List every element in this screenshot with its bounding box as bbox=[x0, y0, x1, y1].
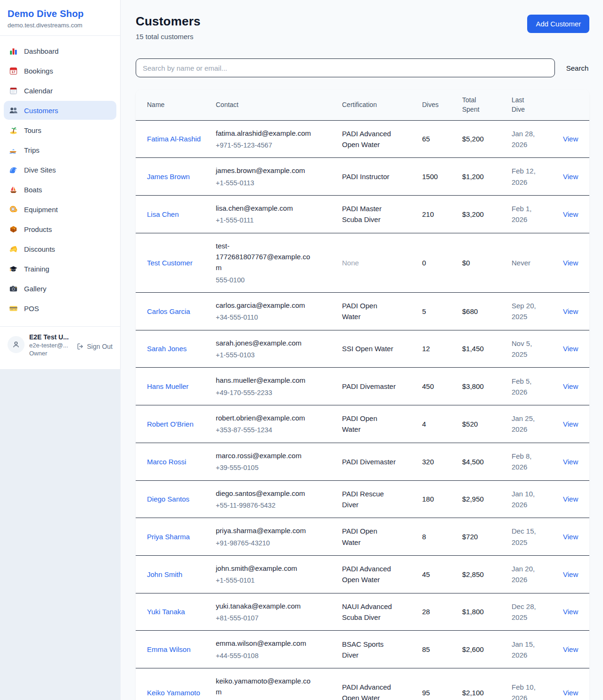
customer-total-spent: $1,200 bbox=[462, 164, 512, 189]
customer-certification: PADI Advanced Open Water bbox=[342, 675, 422, 700]
package-icon bbox=[8, 224, 18, 234]
view-customer-link[interactable]: View bbox=[563, 307, 578, 315]
customer-certification: PADI Advanced Open Water bbox=[342, 556, 422, 593]
customer-name-link[interactable]: Marco Rossi bbox=[147, 458, 186, 466]
customer-email: sarah.jones@example.com bbox=[216, 338, 316, 348]
sidebar: Demo Dive Shop demo.test.divestreams.com… bbox=[0, 0, 121, 369]
view-customer-link[interactable]: View bbox=[563, 533, 578, 541]
sidebar-item-label: Gallery bbox=[24, 285, 47, 293]
add-customer-button[interactable]: Add Customer bbox=[527, 15, 589, 33]
sidebar-item-boats[interactable]: Boats bbox=[4, 180, 116, 199]
view-customer-link[interactable]: View bbox=[563, 495, 578, 503]
customer-name-link[interactable]: Sarah Jones bbox=[147, 345, 187, 353]
customer-name-link[interactable]: Diego Santos bbox=[147, 495, 189, 503]
customer-name-link[interactable]: Emma Wilson bbox=[147, 645, 191, 653]
sidebar-item-bookings[interactable]: 17 Bookings bbox=[4, 61, 116, 80]
sidebar-item-label: Calendar bbox=[24, 87, 53, 95]
search-input[interactable] bbox=[136, 58, 555, 77]
sidebar-item-customers[interactable]: Customers bbox=[4, 101, 116, 120]
customer-dives: 5 bbox=[422, 299, 462, 324]
sidebar-item-dashboard[interactable]: Dashboard bbox=[4, 41, 116, 60]
customer-name-link[interactable]: Carlos Garcia bbox=[147, 307, 190, 315]
bar-chart-icon bbox=[8, 46, 18, 56]
column-header-dives: Dives bbox=[422, 94, 462, 115]
view-customer-link[interactable]: View bbox=[563, 259, 578, 267]
view-customer-link[interactable]: View bbox=[563, 135, 578, 143]
customer-name-link[interactable]: Yuki Tanaka bbox=[147, 608, 185, 616]
customer-dives: 320 bbox=[422, 449, 462, 474]
customer-email: hans.mueller@example.com bbox=[216, 375, 316, 386]
main-content: Customers 15 total customers Add Custome… bbox=[121, 0, 603, 700]
customer-dives: 450 bbox=[422, 374, 462, 399]
sidebar-item-label: Bookings bbox=[24, 67, 53, 75]
sidebar-nav: Dashboard 17 Bookings Calendar Customers bbox=[0, 36, 120, 323]
customer-total-spent: $3,800 bbox=[462, 374, 512, 399]
sidebar-item-training[interactable]: Training bbox=[4, 259, 116, 278]
view-customer-link[interactable]: View bbox=[563, 570, 578, 578]
search-button[interactable]: Search bbox=[565, 61, 590, 75]
user-name: E2E Test U... bbox=[29, 333, 72, 341]
view-customer-link[interactable]: View bbox=[563, 458, 578, 466]
customer-last-dive: Feb 12, 2026 bbox=[512, 158, 563, 195]
customers-table: Name Contact Certification Dives Total S… bbox=[136, 90, 589, 700]
customer-certification: PADI Rescue Diver bbox=[342, 481, 422, 518]
view-customer-link[interactable]: View bbox=[563, 420, 578, 428]
table-row: Priya Sharma priya.sharma@example.com +9… bbox=[136, 518, 589, 556]
customer-phone: +44-555-0108 bbox=[216, 651, 316, 661]
sidebar-item-label: Training bbox=[24, 265, 49, 273]
view-customer-link[interactable]: View bbox=[563, 173, 578, 181]
customer-last-dive: Dec 28, 2025 bbox=[512, 594, 563, 630]
sidebar-item-pos[interactable]: POS bbox=[4, 299, 116, 318]
customer-certification: NAUI Advanced Scuba Diver bbox=[342, 594, 422, 630]
svg-text:17: 17 bbox=[11, 70, 15, 74]
sidebar-item-dive-sites[interactable]: Dive Sites bbox=[4, 160, 116, 179]
customer-email: lisa.chen@example.com bbox=[216, 203, 316, 214]
customer-last-dive: Jan 10, 2026 bbox=[512, 481, 563, 518]
customer-dives: 65 bbox=[422, 126, 462, 151]
sign-out-button[interactable]: Sign Out bbox=[76, 343, 113, 350]
grad-cap-icon bbox=[8, 264, 18, 273]
view-customer-link[interactable]: View bbox=[563, 645, 578, 653]
table-row: Marco Rossi marco.rossi@example.com +39-… bbox=[136, 443, 589, 481]
table-body: Fatima Al-Rashid fatima.alrashid@example… bbox=[136, 121, 589, 700]
view-customer-link[interactable]: View bbox=[563, 382, 578, 390]
customer-name-link[interactable]: James Brown bbox=[147, 173, 190, 181]
customer-name-link[interactable]: Test Customer bbox=[147, 259, 193, 267]
customer-total-spent: $4,500 bbox=[462, 449, 512, 474]
customer-phone: +49-170-555-2233 bbox=[216, 387, 316, 398]
speedboat-icon bbox=[8, 145, 18, 155]
sidebar-item-tours[interactable]: Tours bbox=[4, 121, 116, 140]
customer-total-spent: $680 bbox=[462, 299, 512, 324]
view-customer-link[interactable]: View bbox=[563, 689, 578, 697]
customer-dives: 1500 bbox=[422, 164, 462, 189]
customer-name-link[interactable]: Lisa Chen bbox=[147, 210, 179, 218]
app-layout: Demo Dive Shop demo.test.divestreams.com… bbox=[0, 0, 603, 700]
customer-email: carlos.garcia@example.com bbox=[216, 300, 316, 311]
sidebar-item-gallery[interactable]: Gallery bbox=[4, 279, 116, 298]
sign-out-icon bbox=[76, 343, 84, 350]
customer-name-link[interactable]: Hans Mueller bbox=[147, 382, 188, 390]
column-header-actions bbox=[563, 99, 589, 110]
view-customer-link[interactable]: View bbox=[563, 210, 578, 218]
customer-name-link[interactable]: Priya Sharma bbox=[147, 533, 190, 541]
sidebar-item-discounts[interactable]: Discounts bbox=[4, 239, 116, 258]
sidebar-item-products[interactable]: Products bbox=[4, 220, 116, 239]
column-header-total-spent: Total Spent bbox=[462, 90, 496, 120]
customer-name-link[interactable]: Robert O'Brien bbox=[147, 420, 194, 428]
customer-phone: +91-98765-43210 bbox=[216, 538, 316, 548]
customer-email: fatima.alrashid@example.com bbox=[216, 128, 316, 139]
customer-last-dive: Feb 5, 2026 bbox=[512, 369, 563, 405]
sidebar-item-label: Trips bbox=[24, 146, 40, 154]
sidebar-item-trips[interactable]: Trips bbox=[4, 140, 116, 159]
sidebar-item-calendar[interactable]: Calendar bbox=[4, 81, 116, 100]
customer-name-link[interactable]: Fatima Al-Rashid bbox=[147, 135, 201, 143]
person-icon bbox=[12, 340, 20, 349]
customer-name-link[interactable]: John Smith bbox=[147, 570, 182, 578]
customer-name-link[interactable]: Keiko Yamamoto bbox=[147, 689, 200, 697]
camera-icon bbox=[8, 284, 18, 293]
view-customer-link[interactable]: View bbox=[563, 608, 578, 616]
view-customer-link[interactable]: View bbox=[563, 345, 578, 353]
wave-icon bbox=[8, 165, 18, 174]
table-header-row: Name Contact Certification Dives Total S… bbox=[136, 90, 589, 121]
sidebar-item-equipment[interactable]: Equipment bbox=[4, 200, 116, 219]
